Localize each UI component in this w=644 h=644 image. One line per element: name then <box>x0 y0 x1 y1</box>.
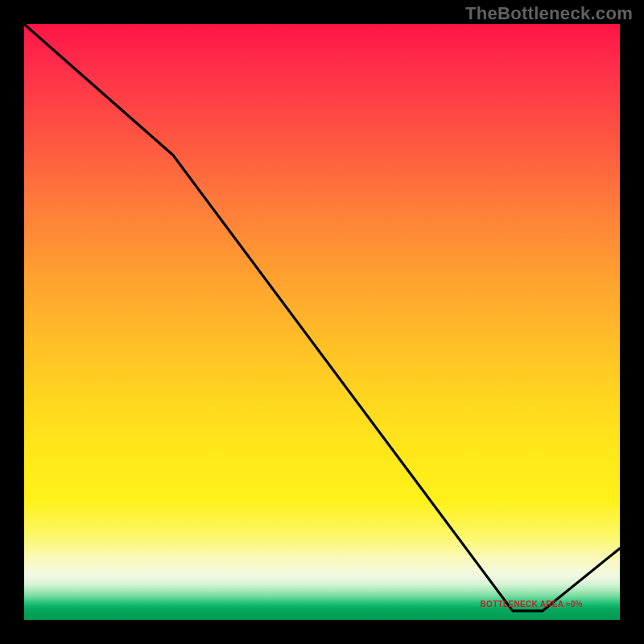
chart-frame: TheBottleneck.com BOTTLENECK AREA ≈0% <box>0 0 644 644</box>
bottleneck-annotation: BOTTLENECK AREA ≈0% <box>481 600 583 609</box>
curve-svg <box>24 24 620 620</box>
watermark-text: TheBottleneck.com <box>465 3 633 24</box>
bottleneck-curve-path <box>24 24 620 611</box>
plot-area: BOTTLENECK AREA ≈0% <box>24 24 620 620</box>
